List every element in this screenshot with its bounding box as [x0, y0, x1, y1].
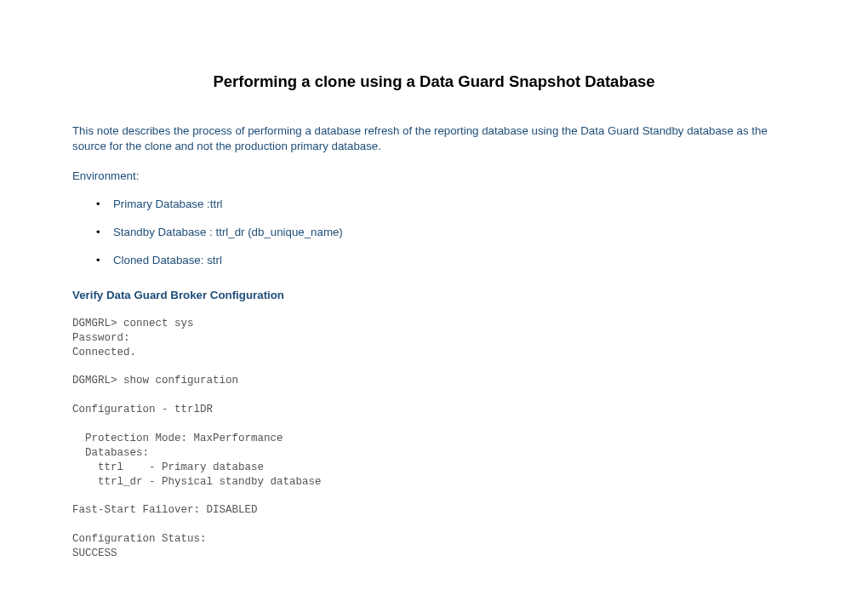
- environment-label: Environment:: [72, 169, 796, 182]
- page-title: Performing a clone using a Data Guard Sn…: [72, 72, 796, 91]
- intro-paragraph: This note describes the process of perfo…: [72, 123, 796, 154]
- list-item: Cloned Database: strl: [72, 254, 796, 266]
- section-heading: Verify Data Guard Broker Configuration: [72, 289, 796, 301]
- code-block: DGMGRL> connect sys Password: Connected.…: [72, 317, 796, 561]
- environment-list: Primary Database :ttrl Standby Database …: [72, 198, 796, 266]
- document-page: Performing a clone using a Data Guard Sn…: [0, 0, 868, 561]
- list-item: Primary Database :ttrl: [72, 198, 796, 210]
- list-item: Standby Database : ttrl_dr (db_unique_na…: [72, 226, 796, 238]
